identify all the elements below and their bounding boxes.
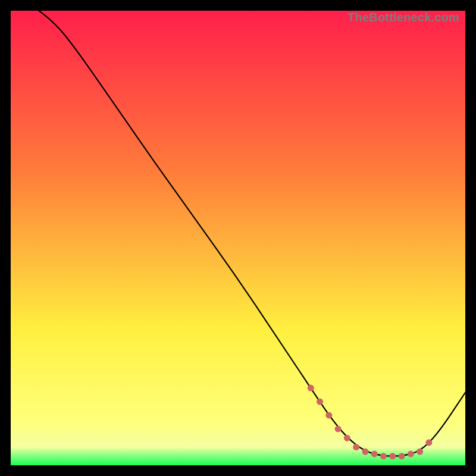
marker-dot xyxy=(317,399,323,405)
marker-dot xyxy=(325,412,332,418)
marker-dot xyxy=(408,450,414,457)
chart-frame: TheBottleneck.com xyxy=(0,0,476,476)
marker-dot xyxy=(362,449,368,455)
marker-dot xyxy=(389,453,396,459)
gradient-background xyxy=(11,11,465,465)
marker-dot xyxy=(380,453,387,459)
marker-dot xyxy=(399,453,405,459)
marker-dot xyxy=(344,435,350,441)
marker-dot xyxy=(335,425,342,432)
chart-svg xyxy=(11,11,465,465)
marker-dot xyxy=(353,444,359,450)
marker-dot xyxy=(308,385,314,392)
marker-dot xyxy=(371,450,378,457)
marker-dot xyxy=(425,439,432,446)
marker-dot xyxy=(416,449,423,455)
plot-area: TheBottleneck.com xyxy=(11,11,465,465)
